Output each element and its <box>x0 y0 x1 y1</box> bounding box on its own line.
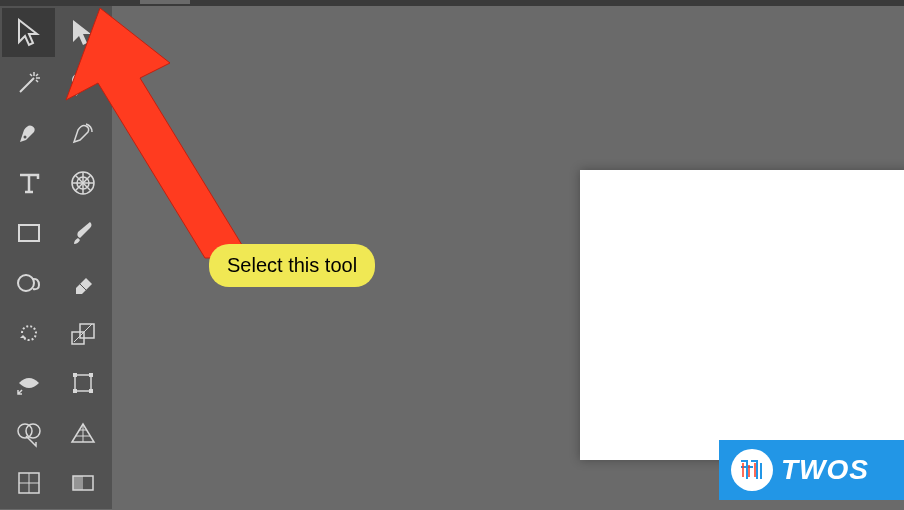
tools-panel <box>0 6 112 509</box>
polar-grid-icon <box>68 168 98 198</box>
annotation-label: Select this tool <box>209 244 375 287</box>
curvature-icon <box>68 118 98 148</box>
magic-wand-tool[interactable] <box>2 58 55 107</box>
svg-rect-15 <box>73 373 77 377</box>
scale-tool[interactable] <box>56 308 109 357</box>
pen-icon <box>14 118 44 148</box>
svg-rect-18 <box>89 389 93 393</box>
svg-point-1 <box>23 135 26 138</box>
width-icon <box>14 368 44 398</box>
svg-rect-28 <box>73 476 83 490</box>
mesh-tool[interactable] <box>2 458 55 507</box>
paintbrush-tool[interactable] <box>56 208 109 257</box>
free-transform-icon <box>68 368 98 398</box>
lasso-tool[interactable] <box>56 58 109 107</box>
watermark-logo-icon <box>731 449 773 491</box>
scale-icon <box>68 318 98 348</box>
polar-grid-tool[interactable] <box>56 158 109 207</box>
svg-rect-14 <box>75 375 91 391</box>
perspective-grid-tool[interactable] <box>56 408 109 457</box>
svg-point-19 <box>18 424 32 438</box>
gradient-icon <box>68 468 98 498</box>
perspective-grid-icon <box>68 418 98 448</box>
svg-rect-17 <box>73 389 77 393</box>
free-transform-tool[interactable] <box>56 358 109 407</box>
type-icon <box>14 168 44 198</box>
svg-line-13 <box>74 324 92 342</box>
svg-point-9 <box>18 275 34 291</box>
rotate-icon <box>14 318 44 348</box>
svg-rect-16 <box>89 373 93 377</box>
eraser-tool[interactable] <box>56 258 109 307</box>
svg-rect-12 <box>80 324 94 338</box>
svg-point-20 <box>26 424 40 438</box>
eraser-icon <box>68 268 98 298</box>
shaper-icon <box>14 268 44 298</box>
direct-selection-arrow-icon <box>70 18 96 48</box>
svg-point-0 <box>73 73 93 87</box>
shape-builder-icon <box>14 418 44 448</box>
width-tool[interactable] <box>2 358 55 407</box>
paintbrush-icon <box>68 218 98 248</box>
selection-arrow-icon <box>16 18 42 48</box>
type-tool[interactable] <box>2 158 55 207</box>
rectangle-icon <box>14 218 44 248</box>
direct-selection-tool[interactable] <box>56 8 109 57</box>
watermark-text: TWOS <box>781 454 869 486</box>
watermark-badge: TWOS <box>719 440 904 500</box>
artboard[interactable] <box>580 170 904 460</box>
rotate-tool[interactable] <box>2 308 55 357</box>
selection-tool[interactable] <box>2 8 55 57</box>
shaper-tool[interactable] <box>2 258 55 307</box>
mesh-icon <box>14 468 44 498</box>
curvature-tool[interactable] <box>56 108 109 157</box>
lasso-icon <box>68 68 98 98</box>
top-menu-bar <box>0 0 904 6</box>
svg-rect-8 <box>19 225 39 241</box>
pen-tool[interactable] <box>2 108 55 157</box>
gradient-tool[interactable] <box>56 458 109 507</box>
shape-builder-tool[interactable] <box>2 408 55 457</box>
rectangle-tool[interactable] <box>2 208 55 257</box>
magic-wand-icon <box>14 68 44 98</box>
